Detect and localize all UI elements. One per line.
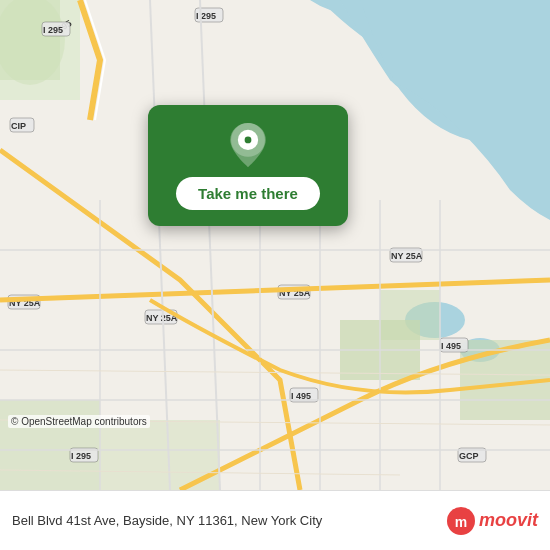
svg-rect-6 — [380, 290, 440, 340]
take-me-there-button[interactable]: Take me there — [176, 177, 320, 210]
bottom-bar: Bell Blvd 41st Ave, Bayside, NY 11361, N… — [0, 490, 550, 550]
svg-text:GCP: GCP — [459, 451, 479, 461]
svg-text:I 295: I 295 — [71, 451, 91, 461]
moovit-logo-icon: m — [447, 507, 475, 535]
svg-rect-8 — [0, 400, 100, 490]
svg-point-37 — [245, 137, 252, 144]
svg-rect-10 — [0, 0, 80, 100]
svg-text:I 295: I 295 — [196, 11, 216, 21]
svg-text:CIP: CIP — [11, 121, 26, 131]
action-card: Take me there — [148, 105, 348, 226]
svg-text:I 295: I 295 — [43, 25, 63, 35]
svg-text:m: m — [455, 514, 467, 530]
osm-credit: © OpenStreetMap contributors — [8, 415, 150, 428]
moovit-brand-text: moovit — [479, 510, 538, 531]
location-pin-icon — [226, 123, 270, 167]
svg-text:NY 25A: NY 25A — [391, 251, 423, 261]
map-container: I 295 I 295 I 295 NY 25A NY 25A NY 25A N… — [0, 0, 550, 490]
address-text: Bell Blvd 41st Ave, Bayside, NY 11361, N… — [12, 513, 439, 528]
moovit-logo: m moovit — [447, 507, 538, 535]
